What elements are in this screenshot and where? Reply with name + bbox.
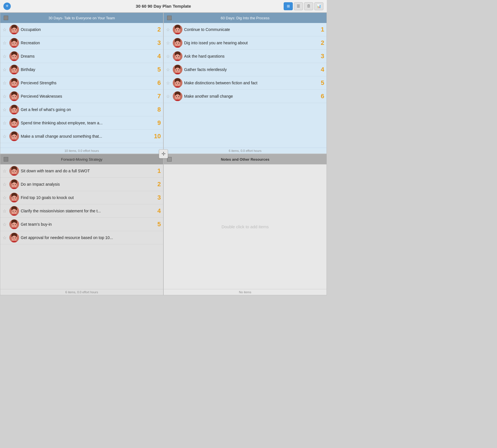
list-item[interactable]: ☆ Dreams4 — [0, 50, 163, 63]
svg-point-122 — [12, 196, 17, 201]
star-icon[interactable]: ☆ — [3, 40, 8, 45]
svg-point-53 — [13, 123, 14, 124]
add-button[interactable]: + — [3, 3, 11, 10]
list-item[interactable]: ☆ Do an Impact analysis2 — [0, 178, 163, 191]
svg-point-59 — [12, 134, 17, 140]
list-item[interactable]: ☆ Percieved Strengths6 — [0, 76, 163, 90]
star-icon[interactable]: ☆ — [166, 67, 171, 72]
quadrant-30-days: 30 Days- Talk to Everyone on Your Team ☆… — [0, 12, 163, 154]
grid-resize-handle[interactable]: ✛ — [159, 149, 168, 158]
list-item[interactable]: ☆ Continue to Communicate1 — [164, 23, 327, 36]
grid-view-button[interactable]: ⊞ — [284, 2, 293, 10]
star-icon[interactable]: ☆ — [3, 182, 8, 187]
svg-point-5 — [15, 30, 16, 30]
titlebar: + 30 60 90 Day Plan Template ⊞ ☰ 🗓 📊 — [0, 0, 327, 12]
q2-header: 60 Days: Dig Into the Process — [164, 13, 327, 23]
avatar — [9, 193, 19, 202]
list-item[interactable]: ☆ Birthday5 — [0, 63, 163, 76]
list-item[interactable]: ☆ Dig into issed you are hearing about2 — [164, 36, 327, 50]
list-item[interactable]: ☆ Recreation3 — [0, 36, 163, 50]
list-item[interactable]: ☆ Spend time thinking about employee, te… — [0, 116, 163, 130]
svg-point-144 — [13, 238, 14, 238]
list-item[interactable]: ☆ Gather facts relentlessly4 — [164, 63, 327, 76]
avatar — [9, 118, 19, 128]
list-item[interactable]: ☆ Sit down with team and do a full SWOT1 — [0, 164, 163, 178]
list-item[interactable]: ☆ Percieved Weaknesses7 — [0, 90, 163, 103]
item-text: Get approval for needed resource based o… — [21, 235, 161, 240]
svg-point-88 — [176, 70, 177, 70]
star-icon[interactable]: ☆ — [166, 27, 171, 32]
svg-point-39 — [13, 96, 14, 97]
list-item[interactable]: ☆ Make a small change around something t… — [0, 130, 163, 143]
list-item[interactable]: ☆ Clarify the mission/vision statement f… — [0, 204, 163, 218]
star-icon[interactable]: ☆ — [3, 222, 8, 227]
q3-checkbox[interactable] — [4, 157, 8, 162]
svg-point-67 — [176, 30, 177, 30]
star-icon[interactable]: ☆ — [3, 120, 8, 125]
svg-point-3 — [12, 28, 17, 33]
svg-point-110 — [15, 171, 16, 172]
list-item[interactable]: ☆ Get team's buy-in5 — [0, 218, 163, 231]
star-icon[interactable]: ☆ — [3, 208, 8, 213]
svg-point-117 — [15, 184, 16, 185]
star-icon[interactable]: ☆ — [166, 40, 171, 45]
item-number: 8 — [153, 106, 161, 113]
star-icon[interactable]: ☆ — [3, 94, 8, 99]
list-item[interactable]: ☆ Ask the hard questions3 — [164, 50, 327, 63]
item-number: 5 — [153, 221, 161, 228]
q1-title: 30 Days- Talk to Everyone on Your Team — [8, 16, 155, 20]
list-view-button[interactable]: ☰ — [294, 2, 303, 10]
svg-point-137 — [13, 224, 14, 225]
item-number: 4 — [153, 53, 161, 60]
item-text: Percieved Weaknesses — [21, 94, 151, 99]
star-icon[interactable]: ☆ — [166, 80, 171, 85]
svg-point-18 — [13, 56, 14, 57]
list-item[interactable]: ☆ Get approval for needed resource based… — [0, 231, 163, 244]
q1-checkbox[interactable] — [4, 16, 8, 20]
page-title: 30 60 90 Day Plan Template — [136, 4, 191, 9]
app: + 30 60 90 Day Plan Template ⊞ ☰ 🗓 📊 30 … — [0, 0, 327, 295]
item-text: Continue to Communicate — [184, 27, 315, 32]
list-item[interactable]: ☆ Make distinctions between fiction and … — [164, 76, 327, 90]
q2-checkbox[interactable] — [167, 16, 172, 20]
star-icon[interactable]: ☆ — [3, 80, 8, 85]
list-item[interactable]: ☆ Get a feel of what's going on8 — [0, 103, 163, 116]
star-icon[interactable]: ☆ — [3, 27, 8, 32]
svg-point-66 — [175, 28, 180, 33]
quadrant-forward-strategy: Forward-Moving Strategy ☆ Sit down with … — [0, 154, 163, 295]
item-number: 3 — [153, 194, 161, 201]
star-icon[interactable]: ☆ — [3, 107, 8, 112]
q3-title: Forward-Moving Strategy — [8, 157, 155, 162]
item-text: Make distinctions between fiction and fa… — [184, 81, 315, 85]
star-icon[interactable]: ☆ — [166, 94, 171, 99]
item-text: Gather facts relentlessly — [184, 67, 315, 72]
svg-point-61 — [15, 136, 16, 137]
list-item[interactable]: ☆ Make another small change6 — [164, 90, 327, 103]
q4-body[interactable]: Double click to add items — [164, 164, 327, 289]
calendar-view-button[interactable]: 🗓 — [304, 2, 313, 10]
star-icon[interactable]: ☆ — [3, 67, 8, 72]
star-icon[interactable]: ☆ — [3, 235, 8, 240]
avatar — [9, 233, 19, 242]
star-icon[interactable]: ☆ — [166, 54, 171, 59]
svg-point-38 — [12, 94, 17, 100]
item-number: 3 — [316, 53, 324, 60]
chart-view-button[interactable]: 📊 — [314, 2, 323, 10]
star-icon[interactable]: ☆ — [3, 54, 8, 59]
svg-point-109 — [13, 171, 14, 172]
item-text: Make a small change around something tha… — [21, 134, 151, 139]
avatar — [9, 91, 19, 101]
item-number: 4 — [316, 66, 324, 73]
star-icon[interactable]: ☆ — [3, 168, 8, 173]
star-icon[interactable]: ☆ — [3, 134, 8, 139]
svg-point-101 — [175, 94, 180, 100]
svg-point-123 — [13, 198, 14, 198]
svg-point-11 — [13, 43, 14, 44]
svg-point-32 — [13, 83, 14, 84]
list-item[interactable]: ☆ Find top 10 goals to knock out3 — [0, 191, 163, 204]
list-item[interactable]: ☆ Occupation2 — [0, 23, 163, 36]
svg-point-82 — [178, 56, 179, 57]
svg-point-26 — [15, 70, 16, 70]
svg-point-124 — [15, 198, 16, 198]
star-icon[interactable]: ☆ — [3, 195, 8, 200]
